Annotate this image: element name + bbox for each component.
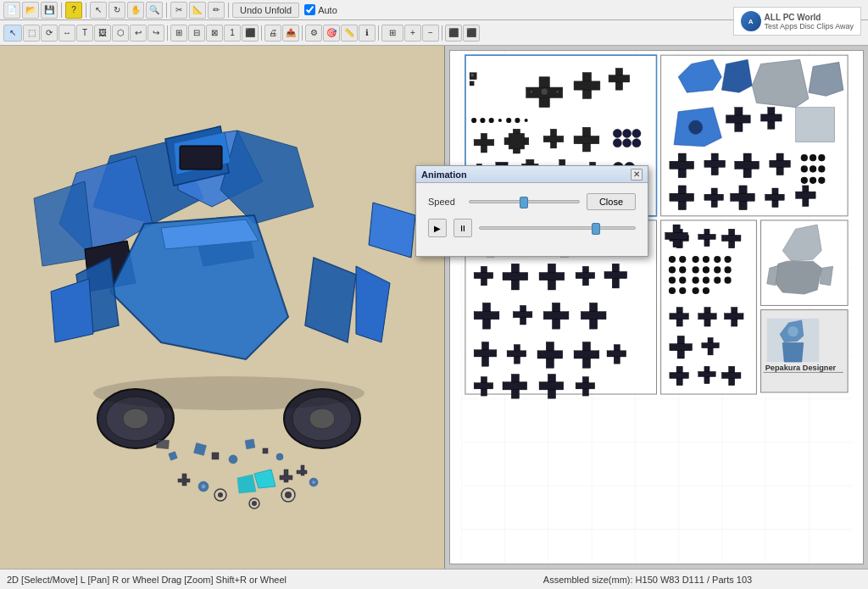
snap-icon[interactable]: ⊞ <box>170 25 187 42</box>
play-button[interactable]: ▶ <box>428 219 447 237</box>
unfold-icon[interactable]: ⬡ <box>112 25 129 42</box>
svg-rect-64 <box>609 75 630 82</box>
svg-rect-124 <box>761 114 782 121</box>
help-icon[interactable]: ? <box>65 2 82 19</box>
cut-icon[interactable]: ✂ <box>170 2 187 19</box>
extra2-icon[interactable]: ⬛ <box>463 25 480 42</box>
status-bar: 2D [Select/Move] L [Pan] R or Wheel Drag… <box>0 569 868 589</box>
svg-point-66 <box>480 118 485 123</box>
svg-point-135 <box>810 154 816 161</box>
progress-bar[interactable] <box>479 226 636 230</box>
svg-point-65 <box>471 118 476 123</box>
undo-unfold-button[interactable]: Undo Unfold <box>232 3 299 18</box>
select-move-icon[interactable]: ↖ <box>3 25 22 42</box>
animation-dialog: Animation ✕ Speed Close ▶ ⏸ <box>415 165 648 257</box>
svg-rect-34 <box>280 475 292 480</box>
svg-rect-243 <box>665 232 688 239</box>
svg-point-211 <box>679 256 686 263</box>
svg-marker-252 <box>774 261 821 294</box>
svg-rect-241 <box>702 343 720 348</box>
pause-button[interactable]: ⏸ <box>453 219 472 237</box>
svg-rect-247 <box>698 371 716 376</box>
sep9 <box>442 25 442 41</box>
svg-point-40 <box>201 484 206 489</box>
svg-rect-29 <box>157 439 170 448</box>
open-icon[interactable]: 📂 <box>22 2 39 19</box>
svg-rect-192 <box>607 351 626 357</box>
text-icon[interactable]: T <box>76 25 93 42</box>
settings-icon[interactable]: ⚙ <box>305 25 322 42</box>
pan-icon[interactable]: ✋ <box>127 2 144 19</box>
svg-rect-24 <box>212 453 219 459</box>
status-right: Assembled size(mm): H150 W83 D111 / Part… <box>434 575 861 585</box>
info-icon[interactable]: ℹ <box>359 25 376 42</box>
cursor-icon[interactable]: ↖ <box>90 2 107 19</box>
svg-point-229 <box>724 266 731 273</box>
distribute-icon[interactable]: ⊠ <box>206 25 223 42</box>
svg-rect-144 <box>670 193 694 201</box>
3d-view-icon[interactable]: 🎯 <box>323 25 340 42</box>
animation-playback-row: ▶ ⏸ <box>428 219 636 237</box>
svg-point-219 <box>703 256 709 263</box>
svg-rect-129 <box>704 160 726 167</box>
animation-speed-row: Speed Close <box>428 193 636 210</box>
svg-rect-178 <box>543 312 569 320</box>
svg-marker-3 <box>220 131 314 224</box>
number-icon[interactable]: 1 <box>224 25 241 42</box>
select2-icon[interactable]: ⬚ <box>23 25 40 42</box>
print-icon[interactable]: 🖨 <box>264 25 281 42</box>
svg-point-212 <box>669 266 676 273</box>
zoom-in-icon[interactable]: + <box>404 25 421 42</box>
fold-icon[interactable]: 📐 <box>189 2 206 19</box>
svg-marker-258 <box>782 343 804 363</box>
svg-marker-4 <box>34 181 93 266</box>
rotate3d-icon[interactable]: ↻ <box>108 2 125 19</box>
sep4 <box>228 3 229 18</box>
svg-point-136 <box>818 154 825 161</box>
svg-point-134 <box>801 154 808 161</box>
watermark-text: ALL PC World Test Apps Disc Clips Away <box>765 13 854 31</box>
svg-point-231 <box>724 277 731 284</box>
animation-close-button[interactable]: Close <box>587 193 636 210</box>
zoom-fit-icon[interactable]: ⊞ <box>381 25 403 42</box>
svg-rect-131 <box>735 161 760 169</box>
measure-icon[interactable]: 📏 <box>341 25 358 42</box>
animation-title: Animation <box>421 169 467 180</box>
zoom-out-icon[interactable]: − <box>422 25 439 42</box>
svg-rect-73 <box>474 140 494 146</box>
save-icon[interactable]: 💾 <box>41 2 58 19</box>
svg-point-120 <box>688 120 702 134</box>
flip-icon[interactable]: ↔ <box>58 25 75 42</box>
svg-marker-117 <box>752 59 809 107</box>
image-icon[interactable]: 🖼 <box>94 25 111 42</box>
svg-rect-235 <box>698 314 717 320</box>
svg-rect-233 <box>670 314 689 320</box>
svg-point-71 <box>525 119 528 122</box>
sep3 <box>166 3 167 18</box>
svg-rect-180 <box>581 312 606 320</box>
svg-marker-116 <box>721 59 752 92</box>
svg-point-217 <box>679 287 686 294</box>
svg-rect-62 <box>574 81 600 90</box>
2d-view[interactable]: Pepakura Designer <box>445 46 868 569</box>
svg-point-81 <box>613 129 621 137</box>
mark-icon[interactable]: ✏ <box>208 2 225 19</box>
new-icon[interactable]: 📄 <box>3 2 20 19</box>
svg-rect-184 <box>474 350 497 357</box>
auto-checkbox[interactable] <box>304 4 315 15</box>
extra1-icon[interactable]: ⬛ <box>445 25 462 42</box>
rotate-icon[interactable]: ⟳ <box>41 25 58 42</box>
layout-icon[interactable]: ⬛ <box>242 25 259 42</box>
3d-view[interactable] <box>0 46 445 569</box>
speed-slider[interactable] <box>469 200 580 203</box>
redo-icon[interactable]: ↪ <box>147 25 164 42</box>
toolbar-top: 📄 📂 💾 ? ↖ ↻ ✋ 🔍 ✂ 📐 ✏ Undo Unfold Auto A… <box>0 0 868 20</box>
svg-point-70 <box>515 118 520 123</box>
align-icon[interactable]: ⊟ <box>188 25 205 42</box>
animation-close-x-button[interactable]: ✕ <box>631 169 643 181</box>
svg-point-141 <box>810 177 816 184</box>
zoom-icon[interactable]: 🔍 <box>146 2 163 19</box>
export-icon[interactable]: 📤 <box>282 25 299 42</box>
progress-thumb <box>592 223 600 235</box>
undo-icon[interactable]: ↩ <box>130 25 147 42</box>
